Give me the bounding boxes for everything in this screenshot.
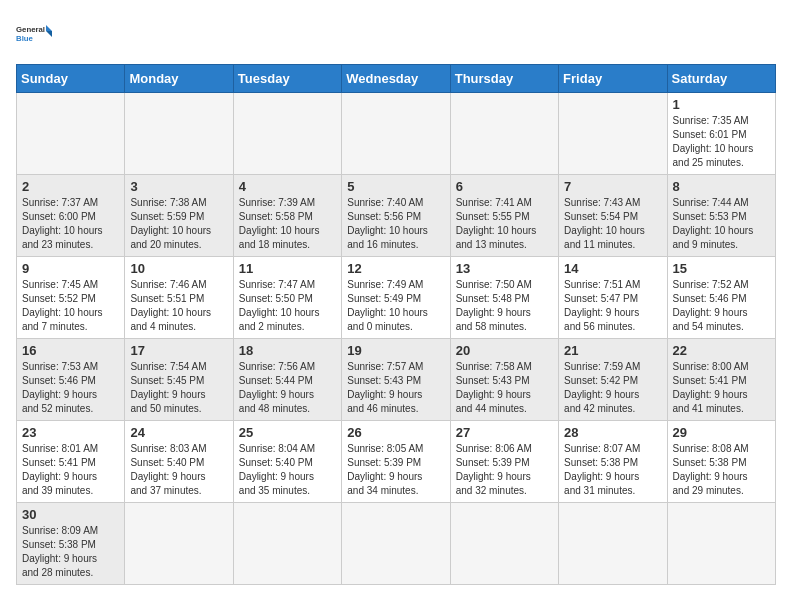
calendar-cell <box>342 93 450 175</box>
day-info: Sunrise: 8:06 AM Sunset: 5:39 PM Dayligh… <box>456 442 553 498</box>
day-number: 19 <box>347 343 444 358</box>
calendar-cell: 2Sunrise: 7:37 AM Sunset: 6:00 PM Daylig… <box>17 175 125 257</box>
day-number: 8 <box>673 179 770 194</box>
day-number: 3 <box>130 179 227 194</box>
calendar-cell: 7Sunrise: 7:43 AM Sunset: 5:54 PM Daylig… <box>559 175 667 257</box>
weekday-header-wednesday: Wednesday <box>342 65 450 93</box>
calendar-cell <box>17 93 125 175</box>
day-info: Sunrise: 8:03 AM Sunset: 5:40 PM Dayligh… <box>130 442 227 498</box>
calendar-cell: 28Sunrise: 8:07 AM Sunset: 5:38 PM Dayli… <box>559 421 667 503</box>
day-number: 13 <box>456 261 553 276</box>
calendar-cell: 1Sunrise: 7:35 AM Sunset: 6:01 PM Daylig… <box>667 93 775 175</box>
day-info: Sunrise: 7:45 AM Sunset: 5:52 PM Dayligh… <box>22 278 119 334</box>
logo: General Blue <box>16 16 52 52</box>
day-number: 22 <box>673 343 770 358</box>
day-number: 10 <box>130 261 227 276</box>
calendar-cell: 6Sunrise: 7:41 AM Sunset: 5:55 PM Daylig… <box>450 175 558 257</box>
calendar-cell <box>342 503 450 585</box>
day-number: 27 <box>456 425 553 440</box>
calendar-cell: 18Sunrise: 7:56 AM Sunset: 5:44 PM Dayli… <box>233 339 341 421</box>
svg-text:General: General <box>16 25 45 34</box>
calendar-cell: 11Sunrise: 7:47 AM Sunset: 5:50 PM Dayli… <box>233 257 341 339</box>
week-row-1: 1Sunrise: 7:35 AM Sunset: 6:01 PM Daylig… <box>17 93 776 175</box>
day-number: 16 <box>22 343 119 358</box>
calendar-cell <box>559 93 667 175</box>
day-number: 6 <box>456 179 553 194</box>
day-info: Sunrise: 8:07 AM Sunset: 5:38 PM Dayligh… <box>564 442 661 498</box>
weekday-header-tuesday: Tuesday <box>233 65 341 93</box>
weekday-header-sunday: Sunday <box>17 65 125 93</box>
calendar-cell <box>125 503 233 585</box>
calendar-cell: 8Sunrise: 7:44 AM Sunset: 5:53 PM Daylig… <box>667 175 775 257</box>
svg-text:Blue: Blue <box>16 34 34 43</box>
day-info: Sunrise: 8:08 AM Sunset: 5:38 PM Dayligh… <box>673 442 770 498</box>
calendar-cell: 24Sunrise: 8:03 AM Sunset: 5:40 PM Dayli… <box>125 421 233 503</box>
calendar-cell: 29Sunrise: 8:08 AM Sunset: 5:38 PM Dayli… <box>667 421 775 503</box>
day-info: Sunrise: 7:53 AM Sunset: 5:46 PM Dayligh… <box>22 360 119 416</box>
day-info: Sunrise: 7:59 AM Sunset: 5:42 PM Dayligh… <box>564 360 661 416</box>
day-info: Sunrise: 7:57 AM Sunset: 5:43 PM Dayligh… <box>347 360 444 416</box>
calendar-cell <box>559 503 667 585</box>
calendar-cell <box>233 503 341 585</box>
calendar-cell: 14Sunrise: 7:51 AM Sunset: 5:47 PM Dayli… <box>559 257 667 339</box>
day-number: 21 <box>564 343 661 358</box>
day-info: Sunrise: 7:40 AM Sunset: 5:56 PM Dayligh… <box>347 196 444 252</box>
day-info: Sunrise: 7:41 AM Sunset: 5:55 PM Dayligh… <box>456 196 553 252</box>
day-number: 12 <box>347 261 444 276</box>
calendar-cell <box>233 93 341 175</box>
calendar-cell: 27Sunrise: 8:06 AM Sunset: 5:39 PM Dayli… <box>450 421 558 503</box>
day-number: 15 <box>673 261 770 276</box>
day-info: Sunrise: 7:37 AM Sunset: 6:00 PM Dayligh… <box>22 196 119 252</box>
calendar-cell: 30Sunrise: 8:09 AM Sunset: 5:38 PM Dayli… <box>17 503 125 585</box>
day-number: 2 <box>22 179 119 194</box>
day-number: 5 <box>347 179 444 194</box>
day-number: 11 <box>239 261 336 276</box>
calendar-cell: 20Sunrise: 7:58 AM Sunset: 5:43 PM Dayli… <box>450 339 558 421</box>
day-number: 4 <box>239 179 336 194</box>
calendar-cell: 19Sunrise: 7:57 AM Sunset: 5:43 PM Dayli… <box>342 339 450 421</box>
day-info: Sunrise: 7:49 AM Sunset: 5:49 PM Dayligh… <box>347 278 444 334</box>
day-number: 24 <box>130 425 227 440</box>
day-info: Sunrise: 8:04 AM Sunset: 5:40 PM Dayligh… <box>239 442 336 498</box>
day-info: Sunrise: 8:00 AM Sunset: 5:41 PM Dayligh… <box>673 360 770 416</box>
calendar-cell <box>667 503 775 585</box>
day-info: Sunrise: 7:51 AM Sunset: 5:47 PM Dayligh… <box>564 278 661 334</box>
svg-marker-2 <box>46 25 52 31</box>
calendar-cell: 9Sunrise: 7:45 AM Sunset: 5:52 PM Daylig… <box>17 257 125 339</box>
weekday-header-thursday: Thursday <box>450 65 558 93</box>
weekday-header-monday: Monday <box>125 65 233 93</box>
week-row-4: 16Sunrise: 7:53 AM Sunset: 5:46 PM Dayli… <box>17 339 776 421</box>
day-info: Sunrise: 7:38 AM Sunset: 5:59 PM Dayligh… <box>130 196 227 252</box>
week-row-6: 30Sunrise: 8:09 AM Sunset: 5:38 PM Dayli… <box>17 503 776 585</box>
day-number: 7 <box>564 179 661 194</box>
day-number: 20 <box>456 343 553 358</box>
day-info: Sunrise: 7:58 AM Sunset: 5:43 PM Dayligh… <box>456 360 553 416</box>
day-info: Sunrise: 8:01 AM Sunset: 5:41 PM Dayligh… <box>22 442 119 498</box>
day-number: 26 <box>347 425 444 440</box>
day-number: 9 <box>22 261 119 276</box>
weekday-header-row: SundayMondayTuesdayWednesdayThursdayFrid… <box>17 65 776 93</box>
page-header: General Blue <box>16 16 776 52</box>
calendar-cell: 10Sunrise: 7:46 AM Sunset: 5:51 PM Dayli… <box>125 257 233 339</box>
week-row-5: 23Sunrise: 8:01 AM Sunset: 5:41 PM Dayli… <box>17 421 776 503</box>
calendar-cell: 5Sunrise: 7:40 AM Sunset: 5:56 PM Daylig… <box>342 175 450 257</box>
week-row-2: 2Sunrise: 7:37 AM Sunset: 6:00 PM Daylig… <box>17 175 776 257</box>
day-info: Sunrise: 7:46 AM Sunset: 5:51 PM Dayligh… <box>130 278 227 334</box>
day-info: Sunrise: 7:56 AM Sunset: 5:44 PM Dayligh… <box>239 360 336 416</box>
day-info: Sunrise: 7:50 AM Sunset: 5:48 PM Dayligh… <box>456 278 553 334</box>
day-info: Sunrise: 7:39 AM Sunset: 5:58 PM Dayligh… <box>239 196 336 252</box>
day-number: 17 <box>130 343 227 358</box>
day-info: Sunrise: 7:52 AM Sunset: 5:46 PM Dayligh… <box>673 278 770 334</box>
weekday-header-saturday: Saturday <box>667 65 775 93</box>
day-number: 25 <box>239 425 336 440</box>
day-number: 1 <box>673 97 770 112</box>
day-info: Sunrise: 8:05 AM Sunset: 5:39 PM Dayligh… <box>347 442 444 498</box>
calendar-cell <box>450 503 558 585</box>
day-info: Sunrise: 7:54 AM Sunset: 5:45 PM Dayligh… <box>130 360 227 416</box>
logo-icon: General Blue <box>16 16 52 52</box>
svg-marker-3 <box>46 31 52 37</box>
day-number: 30 <box>22 507 119 522</box>
calendar-table: SundayMondayTuesdayWednesdayThursdayFrid… <box>16 64 776 585</box>
calendar-cell: 25Sunrise: 8:04 AM Sunset: 5:40 PM Dayli… <box>233 421 341 503</box>
day-info: Sunrise: 7:47 AM Sunset: 5:50 PM Dayligh… <box>239 278 336 334</box>
